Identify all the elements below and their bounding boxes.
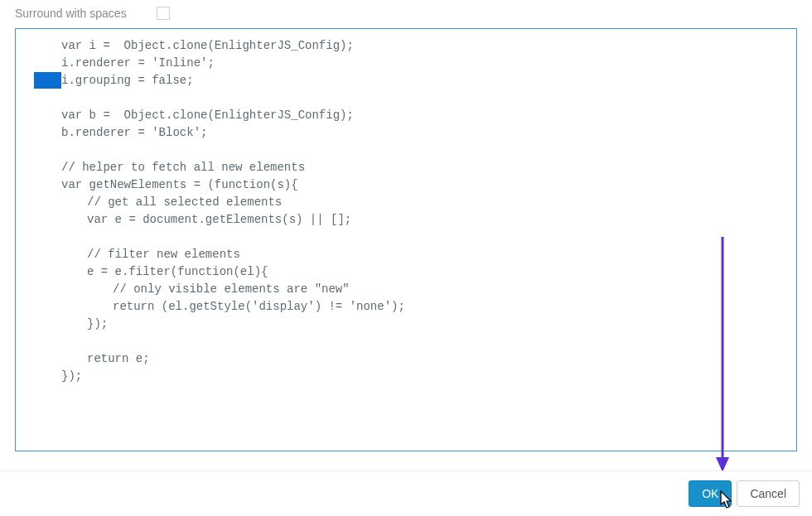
code-line: return (el.getStyle('display') != 'none'… xyxy=(16,298,796,316)
code-line: i.grouping = false; xyxy=(16,72,796,89)
code-content: var i = Object.clone(EnlighterJS_Config)… xyxy=(16,29,796,393)
code-line xyxy=(16,333,796,350)
code-line: i.renderer = 'Inline'; xyxy=(16,55,796,72)
code-line: // get all selected elements xyxy=(16,194,796,211)
code-line: }); xyxy=(16,316,796,333)
code-line: var e = document.getElements(s) || []; xyxy=(16,211,796,229)
cancel-button[interactable]: Cancel xyxy=(737,480,800,507)
code-line: var i = Object.clone(EnlighterJS_Config)… xyxy=(16,37,796,55)
dialog-button-bar: OK Cancel xyxy=(0,470,812,516)
code-line: }); xyxy=(16,368,796,385)
code-line: var b = Object.clone(EnlighterJS_Config)… xyxy=(16,107,796,124)
code-line: b.renderer = 'Block'; xyxy=(16,124,796,142)
ok-button-label: OK xyxy=(702,487,718,500)
code-textarea[interactable]: var i = Object.clone(EnlighterJS_Config)… xyxy=(15,28,797,451)
code-line: // filter new elements xyxy=(16,246,796,263)
option-row: Surround with spaces xyxy=(0,0,812,27)
ok-button[interactable]: OK xyxy=(689,480,732,507)
code-line: // only visible elements are "new" xyxy=(16,281,796,298)
surround-with-spaces-label: Surround with spaces xyxy=(15,7,127,20)
cancel-button-label: Cancel xyxy=(750,487,786,500)
code-line: return e; xyxy=(16,350,796,368)
code-line: e = e.filter(function(el){ xyxy=(16,263,796,281)
code-line xyxy=(16,142,796,159)
code-line: var getNewElements = (function(s){ xyxy=(16,176,796,194)
code-line xyxy=(16,229,796,246)
code-line: // helper to fetch all new elements xyxy=(16,159,796,176)
surround-with-spaces-checkbox[interactable] xyxy=(157,7,170,20)
selection-highlight xyxy=(34,72,61,89)
code-line xyxy=(16,89,796,107)
